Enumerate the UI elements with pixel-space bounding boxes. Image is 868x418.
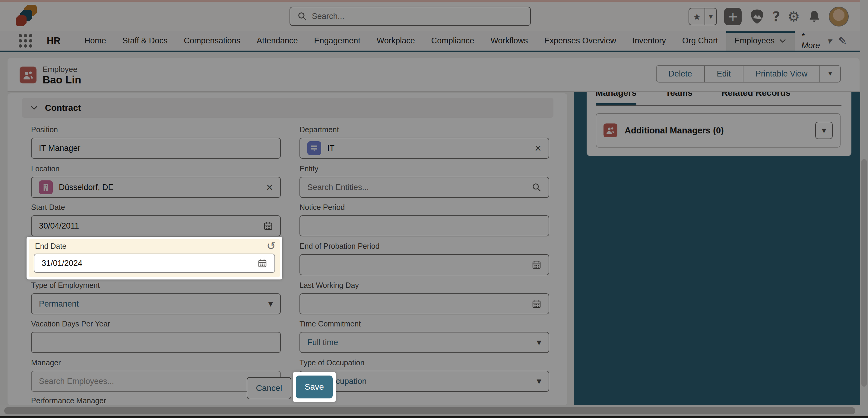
calendar-icon[interactable] — [532, 299, 541, 309]
contract-section-header[interactable]: Contract — [22, 98, 553, 118]
caret-down-icon: ▼ — [537, 378, 541, 385]
location-lookup[interactable]: Düsseldorf, DE × — [31, 177, 281, 198]
field-label: Location — [31, 165, 281, 174]
search-icon — [532, 182, 541, 192]
field-label: End Date — [35, 242, 66, 251]
tab-workplace[interactable]: Workplace — [369, 31, 423, 50]
tab-more[interactable]: * More ▼ — [795, 32, 838, 50]
field-label: Notice Period — [300, 203, 549, 212]
app-launcher-icon[interactable] — [19, 34, 32, 48]
field-time-commitment: Time Commitment Full time ▼ — [300, 319, 549, 353]
type-of-employment-select[interactable]: Permanent ▼ — [31, 293, 281, 314]
tab-home[interactable]: Home — [76, 31, 114, 50]
field-label: Department — [300, 125, 549, 135]
field-label: Entity — [300, 165, 549, 174]
field-start-date: Start Date — [31, 203, 281, 236]
bottom-scroll-strip — [0, 405, 860, 416]
record-type-label: Employee — [42, 65, 78, 74]
search-input[interactable] — [312, 12, 523, 21]
search-icon — [298, 11, 307, 21]
calendar-icon[interactable] — [532, 260, 541, 270]
record-header-card: Employee Bao Lin Delete Edit Printable V… — [7, 58, 860, 92]
tab-compliance[interactable]: Compliance — [423, 31, 483, 50]
field-label: Last Working Day — [300, 281, 549, 290]
field-label: Manager — [31, 358, 281, 368]
tab-org-chart[interactable]: Org Chart — [674, 31, 726, 50]
department-lookup[interactable]: IT × — [300, 138, 549, 159]
chevron-down-icon — [779, 37, 786, 45]
location-building-icon — [39, 180, 53, 194]
field-label: Performance Manager — [31, 396, 281, 405]
more-actions-caret-icon[interactable]: ▼ — [819, 66, 840, 82]
tab-expenses-overview[interactable]: Expenses Overview — [536, 31, 624, 50]
global-search[interactable] — [289, 7, 531, 26]
type-of-occupation-value: Main occupation — [307, 377, 531, 386]
field-label: Time Commitment — [300, 319, 549, 329]
quick-create-button[interactable]: + — [724, 8, 742, 25]
position-input[interactable] — [39, 144, 273, 153]
notice-period-input[interactable] — [307, 221, 541, 231]
field-label: Start Date — [31, 203, 281, 212]
favorites-star-icon[interactable]: ★ — [693, 11, 701, 22]
field-type-of-occupation: Type of Occupation Main occupation ▼ — [300, 358, 549, 392]
remove-department-icon[interactable]: × — [535, 142, 541, 154]
type-of-occupation-select[interactable]: Main occupation ▼ — [300, 371, 549, 392]
cancel-button[interactable]: Cancel — [247, 377, 291, 399]
field-notice-period: Notice Period — [300, 203, 549, 236]
tab-inventory[interactable]: Inventory — [624, 31, 674, 50]
field-end-of-probation: End of Probation Period — [300, 242, 549, 275]
help-icon[interactable]: ? — [772, 9, 780, 24]
edit-button[interactable]: Edit — [704, 66, 743, 82]
app-window: ★ ▼ + ? ⚙ HR HomeStaff & DocsCompensatio… — [0, 0, 868, 418]
additional-managers-card[interactable]: Additional Managers (0) ▼ — [596, 113, 841, 147]
favorites-caret-icon[interactable]: ▼ — [709, 13, 713, 20]
manager-search-input[interactable] — [39, 377, 257, 386]
vertical-scrollbar[interactable] — [860, 0, 868, 418]
edited-field-highlight: End Date ↺ — [29, 239, 280, 277]
vacation-days-input[interactable] — [39, 338, 273, 347]
undo-icon[interactable]: ↺ — [267, 240, 276, 252]
end-date-spotlight: End Date ↺ — [27, 237, 282, 279]
notification-bell-icon[interactable] — [807, 9, 822, 24]
additional-managers-title: Additional Managers (0) — [625, 126, 808, 136]
flair-logo[interactable] — [16, 5, 38, 26]
calendar-icon[interactable] — [257, 258, 267, 268]
field-last-working-day: Last Working Day — [300, 281, 549, 314]
field-performance-manager: Performance Manager — [31, 396, 281, 405]
tab-compensations[interactable]: Compensations — [176, 31, 249, 50]
time-commitment-value: Full time — [307, 338, 531, 347]
tab-staff-docs[interactable]: Staff & Docs — [114, 31, 176, 50]
field-manager: Manager — [31, 358, 281, 392]
user-avatar[interactable] — [829, 7, 849, 27]
setup-gear-icon[interactable]: ⚙ — [787, 8, 800, 25]
favorites-group[interactable]: ★ ▼ — [688, 8, 717, 25]
tab-employees[interactable]: Employees — [726, 31, 795, 50]
trailhead-icon[interactable] — [749, 8, 765, 25]
app-navigation-bar: HR HomeStaff & DocsCompensationsAttendan… — [0, 31, 868, 52]
managers-people-icon — [603, 124, 617, 137]
field-label: Type of Employment — [31, 281, 281, 290]
more-caret-icon: ▼ — [827, 38, 832, 44]
tab-engagement[interactable]: Engagement — [306, 31, 369, 50]
last-working-day-input[interactable] — [307, 299, 526, 309]
department-icon — [307, 141, 321, 155]
location-value: Düsseldorf, DE — [59, 183, 260, 192]
entity-search-input[interactable] — [307, 183, 526, 192]
save-button[interactable]: Save — [296, 376, 333, 398]
calendar-icon[interactable] — [263, 221, 273, 231]
time-commitment-select[interactable]: Full time ▼ — [300, 332, 549, 353]
edit-nav-pencil-icon[interactable]: ✎ — [838, 35, 847, 47]
delete-button[interactable]: Delete — [657, 66, 704, 82]
remove-location-icon[interactable]: × — [266, 182, 273, 193]
expand-card-caret-icon[interactable]: ▼ — [815, 122, 833, 139]
type-of-employment-value: Permanent — [39, 299, 262, 309]
printable-view-button[interactable]: Printable View — [743, 66, 819, 82]
end-date-input[interactable] — [42, 259, 251, 268]
end-of-probation-input[interactable] — [307, 260, 526, 270]
vertical-scrollbar-thumb[interactable] — [861, 159, 867, 387]
tab-workflows[interactable]: Workflows — [482, 31, 536, 50]
tab-attendance[interactable]: Attendance — [249, 31, 306, 50]
global-header: ★ ▼ + ? ⚙ — [0, 2, 868, 31]
horizontal-scrollbar-thumb[interactable] — [4, 407, 855, 414]
start-date-input[interactable] — [39, 221, 257, 231]
